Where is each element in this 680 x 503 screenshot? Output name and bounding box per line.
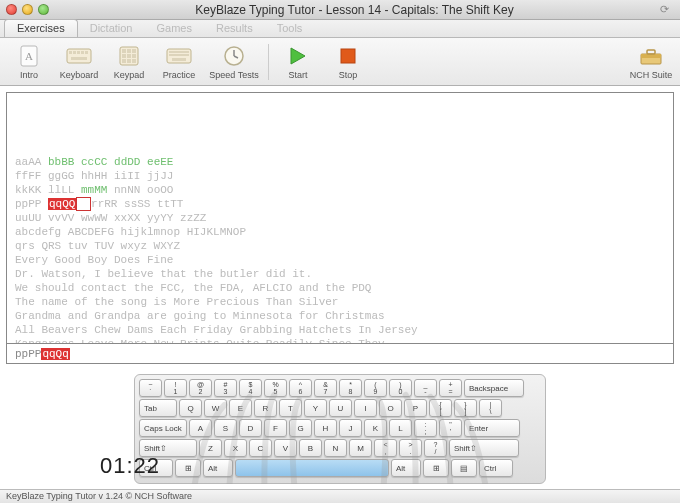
toolbox-icon xyxy=(638,44,664,68)
key-win-right[interactable]: ⊞ xyxy=(423,459,449,477)
keyboard-icon xyxy=(66,44,92,68)
key-alt-left[interactable]: Alt xyxy=(203,459,233,477)
key-4[interactable]: $4 xyxy=(239,379,262,397)
svg-rect-6 xyxy=(81,51,84,54)
key-win-left[interactable]: ⊞ xyxy=(175,459,201,477)
key-l[interactable]: L xyxy=(389,419,412,437)
minimize-icon[interactable] xyxy=(22,4,33,15)
key-2[interactable]: @2 xyxy=(189,379,212,397)
key-backspace[interactable]: Backspace xyxy=(464,379,524,397)
svg-rect-22 xyxy=(172,58,186,61)
lesson-area: aaAA bbBB ccCC ddDD eeEE ffFF ggGG hhHH … xyxy=(0,86,680,370)
tab-bar: Exercises Dictation Games Results Tools xyxy=(0,20,680,38)
speed-tests-button[interactable]: Speed Tests xyxy=(206,41,262,83)
key-8[interactable]: *8 xyxy=(339,379,362,397)
start-button[interactable]: Start xyxy=(275,41,321,83)
key-x[interactable]: X xyxy=(224,439,247,457)
typing-input[interactable]: ppPP qqQq xyxy=(6,344,674,364)
tab-games[interactable]: Games xyxy=(144,20,203,37)
key-f[interactable]: F xyxy=(264,419,287,437)
key-6[interactable]: ^6 xyxy=(289,379,312,397)
key-r[interactable]: R xyxy=(254,399,277,417)
key-space[interactable] xyxy=(235,459,389,477)
svg-rect-21 xyxy=(169,54,189,56)
key-n[interactable]: N xyxy=(324,439,347,457)
key-k[interactable]: K xyxy=(364,419,387,437)
key-5[interactable]: %5 xyxy=(264,379,287,397)
key-w[interactable]: W xyxy=(204,399,227,417)
key-;[interactable]: :; xyxy=(414,419,437,437)
window-title: KeyBlaze Typing Tutor - Lesson 14 - Capi… xyxy=(49,3,660,17)
key-g[interactable]: G xyxy=(289,419,312,437)
key-h[interactable]: H xyxy=(314,419,337,437)
key-][interactable]: }] xyxy=(454,399,477,417)
key-v[interactable]: V xyxy=(274,439,297,457)
svg-rect-4 xyxy=(73,51,76,54)
key-0[interactable]: )0 xyxy=(389,379,412,397)
key-ctrl-right[interactable]: Ctrl xyxy=(479,459,513,477)
key-m[interactable]: M xyxy=(349,439,372,457)
key-alt-right[interactable]: Alt xyxy=(391,459,421,477)
virtual-keyboard: ~`!1@2#3$4%5^6&7*8(9)0_-+=Backspace TabQ… xyxy=(134,374,546,484)
svg-rect-7 xyxy=(85,51,88,54)
key-1[interactable]: !1 xyxy=(164,379,187,397)
titlebar: KeyBlaze Typing Tutor - Lesson 14 - Capi… xyxy=(0,0,680,20)
key-7[interactable]: &7 xyxy=(314,379,337,397)
key-y[interactable]: Y xyxy=(304,399,327,417)
reload-icon[interactable]: ⟳ xyxy=(660,3,674,16)
nch-suite-button[interactable]: NCH Suite xyxy=(628,41,674,83)
keyboard-button[interactable]: Keyboard xyxy=(56,41,102,83)
toolbar: A Intro Keyboard Keypad Practice Speed T… xyxy=(0,38,680,86)
play-icon xyxy=(285,44,311,68)
key-b[interactable]: B xyxy=(299,439,322,457)
cursor xyxy=(76,197,91,211)
stop-button[interactable]: Stop xyxy=(325,41,371,83)
key-9[interactable]: (9 xyxy=(364,379,387,397)
key-j[interactable]: J xyxy=(339,419,362,437)
key-shift-right[interactable]: Shift ⇧ xyxy=(449,439,519,457)
key-a[interactable]: A xyxy=(189,419,212,437)
key-q[interactable]: Q xyxy=(179,399,202,417)
keypad-icon xyxy=(116,44,142,68)
key-s[interactable]: S xyxy=(214,419,237,437)
key-enter[interactable]: Enter xyxy=(464,419,520,437)
key-/[interactable]: ?/ xyxy=(424,439,447,457)
key-menu[interactable]: ▤ xyxy=(451,459,477,477)
key-z[interactable]: Z xyxy=(199,439,222,457)
key-[[interactable]: {[ xyxy=(429,399,452,417)
zoom-icon[interactable] xyxy=(38,4,49,15)
practice-icon xyxy=(166,44,192,68)
tab-tools[interactable]: Tools xyxy=(265,20,315,37)
key-=[interactable]: += xyxy=(439,379,462,397)
key-d[interactable]: D xyxy=(239,419,262,437)
key-,[interactable]: <, xyxy=(374,439,397,457)
key-.[interactable]: >. xyxy=(399,439,422,457)
tab-results[interactable]: Results xyxy=(204,20,265,37)
svg-rect-17 xyxy=(127,59,131,63)
svg-rect-3 xyxy=(69,51,72,54)
key-u[interactable]: U xyxy=(329,399,352,417)
tab-exercises[interactable]: Exercises xyxy=(4,19,78,37)
practice-button[interactable]: Practice xyxy=(156,41,202,83)
key--[interactable]: _- xyxy=(414,379,437,397)
key-'[interactable]: "' xyxy=(439,419,462,437)
window-controls xyxy=(6,4,49,15)
key-t[interactable]: T xyxy=(279,399,302,417)
stop-icon xyxy=(335,44,361,68)
keypad-button[interactable]: Keypad xyxy=(106,41,152,83)
key-c[interactable]: C xyxy=(249,439,272,457)
key-i[interactable]: I xyxy=(354,399,377,417)
intro-button[interactable]: A Intro xyxy=(6,41,52,83)
tab-dictation[interactable]: Dictation xyxy=(78,20,145,37)
key-`[interactable]: ~` xyxy=(139,379,162,397)
svg-rect-15 xyxy=(132,54,136,58)
key-e[interactable]: E xyxy=(229,399,252,417)
key-\[interactable]: |\ xyxy=(479,399,502,417)
key-o[interactable]: O xyxy=(379,399,402,417)
close-icon[interactable] xyxy=(6,4,17,15)
key-p[interactable]: P xyxy=(404,399,427,417)
key-tab[interactable]: Tab xyxy=(139,399,177,417)
key-capslock[interactable]: Caps Lock xyxy=(139,419,187,437)
key-3[interactable]: #3 xyxy=(214,379,237,397)
svg-rect-5 xyxy=(77,51,80,54)
